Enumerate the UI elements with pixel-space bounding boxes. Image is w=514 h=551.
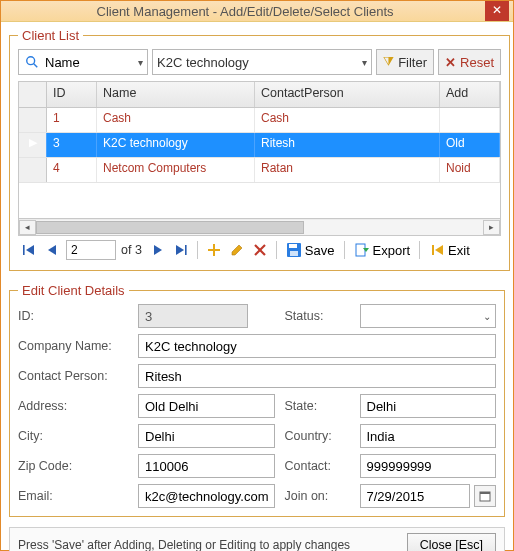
grid-header: ID Name ContactPerson Add: [19, 82, 500, 108]
floppy-icon: [286, 242, 302, 258]
search-field-combo[interactable]: Name ▾: [18, 49, 148, 75]
zip-field[interactable]: [138, 454, 275, 478]
join-date-field[interactable]: [360, 484, 471, 508]
cell-name: K2C technology: [97, 133, 255, 157]
save-label: Save: [305, 243, 335, 258]
search-text: K2C technology: [157, 55, 362, 70]
cell-contact: Cash: [255, 108, 440, 132]
cell-name: Cash: [97, 108, 255, 132]
svg-line-12: [255, 245, 265, 255]
join-label: Join on:: [285, 489, 350, 503]
id-field: [138, 304, 248, 328]
table-row[interactable]: ▶ 3 K2C technology Ritesh Old: [19, 133, 500, 158]
client-grid: ID Name ContactPerson Add 1 Cash Cash ▶ …: [18, 81, 501, 236]
grid-empty: [19, 183, 500, 218]
svg-line-1: [34, 64, 38, 68]
cell-contact: Ritesh: [255, 133, 440, 157]
svg-rect-7: [185, 245, 187, 255]
client-list-group: Client List Name ▾ K2C technology ▾ ⧩ Fi…: [9, 28, 510, 271]
address-field[interactable]: [138, 394, 275, 418]
svg-rect-8: [213, 244, 215, 256]
add-button[interactable]: [205, 240, 223, 260]
col-addr[interactable]: Add: [440, 82, 500, 107]
svg-marker-18: [435, 245, 443, 255]
scroll-track[interactable]: [36, 220, 483, 235]
contact-person-field[interactable]: [138, 364, 496, 388]
separator: [197, 241, 198, 259]
calendar-button[interactable]: [474, 485, 496, 507]
page-of-label: of 3: [121, 243, 142, 257]
page-input[interactable]: [66, 240, 116, 260]
svg-rect-2: [23, 245, 25, 255]
prev-page-button[interactable]: [43, 240, 61, 260]
cell-addr: [440, 108, 500, 132]
rowheader-col: [19, 82, 47, 107]
exit-label: Exit: [448, 243, 470, 258]
funnel-icon: ⧩: [383, 54, 394, 70]
search-input[interactable]: K2C technology ▾: [152, 49, 372, 75]
scroll-left-icon[interactable]: ◂: [19, 220, 36, 235]
city-field[interactable]: [138, 424, 275, 448]
footer-hint: Press 'Save' after Adding, Deleting or E…: [18, 538, 407, 551]
row-indicator: [19, 158, 47, 182]
delete-button[interactable]: [251, 240, 269, 260]
x-icon: ✕: [445, 55, 456, 70]
separator: [344, 241, 345, 259]
exit-icon: [429, 242, 445, 258]
last-page-button[interactable]: [172, 240, 190, 260]
scroll-thumb[interactable]: [36, 221, 304, 234]
col-name[interactable]: Name: [97, 82, 255, 107]
cell-addr: Noid: [440, 158, 500, 182]
table-row[interactable]: 1 Cash Cash: [19, 108, 500, 133]
filter-button[interactable]: ⧩ Filter: [376, 49, 434, 75]
city-label: City:: [18, 429, 128, 443]
status-combo[interactable]: ⌄: [360, 304, 497, 328]
export-icon: [354, 242, 370, 258]
first-page-button[interactable]: [20, 240, 38, 260]
cell-addr: Old: [440, 133, 500, 157]
edit-client-group: Edit Client Details ID: Status: ⌄ Compan…: [9, 283, 505, 517]
company-label: Company Name:: [18, 339, 128, 353]
chevron-down-icon: ▾: [362, 57, 367, 68]
contact-person-label: Contact Person:: [18, 369, 128, 383]
svg-rect-21: [480, 492, 490, 494]
svg-marker-3: [26, 245, 34, 255]
state-label: State:: [285, 399, 350, 413]
cell-id: 1: [47, 108, 97, 132]
edit-legend: Edit Client Details: [18, 283, 129, 298]
close-button[interactable]: Close [Esc]: [407, 533, 496, 551]
next-page-button[interactable]: [149, 240, 167, 260]
cell-id: 4: [47, 158, 97, 182]
reset-label: Reset: [460, 55, 494, 70]
search-field-value: Name: [45, 55, 80, 70]
svg-marker-10: [232, 245, 242, 255]
cell-name: Netcom Computers: [97, 158, 255, 182]
state-field[interactable]: [360, 394, 497, 418]
separator: [276, 241, 277, 259]
titlebar: Client Management - Add/Edit/Delete/Sele…: [1, 1, 513, 22]
reset-button[interactable]: ✕ Reset: [438, 49, 501, 75]
contact-field[interactable]: [360, 454, 497, 478]
col-contact[interactable]: ContactPerson: [255, 82, 440, 107]
company-field[interactable]: [138, 334, 496, 358]
chevron-down-icon: ⌄: [483, 311, 491, 322]
svg-marker-5: [154, 245, 162, 255]
id-label: ID:: [18, 309, 128, 323]
email-field[interactable]: [138, 484, 275, 508]
horizontal-scrollbar[interactable]: ◂ ▸: [19, 218, 500, 235]
exit-button[interactable]: Exit: [427, 242, 472, 258]
cell-contact: Ratan: [255, 158, 440, 182]
export-button[interactable]: Export: [352, 242, 413, 258]
table-row[interactable]: 4 Netcom Computers Ratan Noid: [19, 158, 500, 183]
edit-button[interactable]: [228, 240, 246, 260]
address-label: Address:: [18, 399, 128, 413]
save-button[interactable]: Save: [284, 242, 337, 258]
svg-marker-6: [176, 245, 184, 255]
scroll-right-icon[interactable]: ▸: [483, 220, 500, 235]
window-close-button[interactable]: ✕: [485, 1, 509, 21]
filter-label: Filter: [398, 55, 427, 70]
svg-rect-14: [289, 244, 297, 248]
footer: Press 'Save' after Adding, Deleting or E…: [9, 527, 505, 551]
col-id[interactable]: ID: [47, 82, 97, 107]
country-field[interactable]: [360, 424, 497, 448]
